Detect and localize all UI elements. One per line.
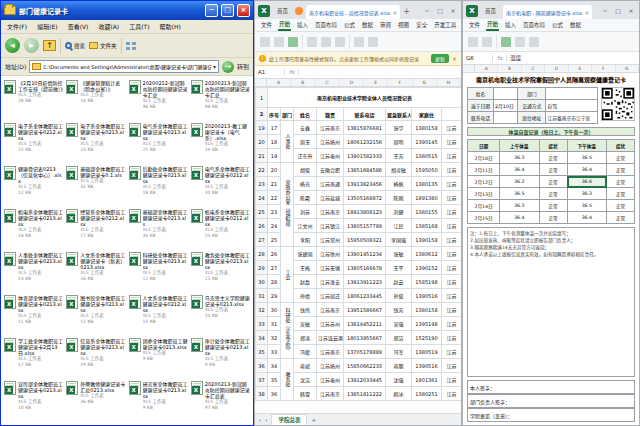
close-button[interactable] (448, 7, 458, 14)
cell-native-place[interactable]: 安徽合肥 (317, 163, 344, 177)
cell-contact[interactable]: 刘健 (386, 205, 412, 219)
close-button[interactable] (237, 4, 250, 17)
file-tile[interactable]: 经管系全体教职员工健康记录卡0212.xlsxXLS 工作表17 KB (65, 208, 126, 250)
file-tile[interactable]: 《2月10日疫情防控工作安排（提前做）》XLS 工作表28 KB (3, 79, 64, 121)
cell-address[interactable]: 江苏 (442, 317, 462, 331)
menu-item[interactable]: 数据 (361, 20, 374, 30)
file-tile[interactable]: 研究室全体教职员工健康记录卡0213.xlsxXLS 工作表9 KB (128, 380, 189, 422)
column-header[interactable]: D (545, 65, 568, 72)
cell-contact[interactable]: 冯军 (386, 345, 412, 359)
cell-native-place[interactable]: 江苏泰州 (317, 373, 344, 387)
cell-serial[interactable]: 28 (268, 275, 281, 289)
temp-cell[interactable]: 正常 (539, 164, 567, 176)
menu-item[interactable]: 开发工具 (433, 20, 457, 30)
cell-phone[interactable]: 18061232156 (344, 135, 386, 149)
cell-name[interactable]: 汪东升 (294, 149, 317, 163)
temp-cell[interactable]: 36.2 (500, 176, 540, 188)
info-value[interactable] (546, 88, 598, 100)
cell-name[interactable]: 韩雪 (294, 387, 317, 401)
cell-address[interactable]: 江苏 (442, 359, 462, 373)
name-box[interactable]: A1 (255, 69, 285, 75)
up-folder-button[interactable] (43, 40, 56, 51)
temp-cell[interactable]: 正常 (539, 200, 567, 212)
select-all-corner[interactable] (463, 65, 475, 72)
cell-contact[interactable]: 杨帆 (386, 177, 412, 191)
cell-address[interactable]: 江苏 (442, 135, 462, 149)
cell-serial[interactable]: 24 (268, 219, 281, 233)
cell-address[interactable]: 江苏 (442, 345, 462, 359)
temp-cell[interactable]: 2月13日 (468, 188, 500, 200)
cell-contact[interactable]: 王芳 (386, 149, 412, 163)
cell-address[interactable]: 江苏 (442, 289, 462, 303)
cell-name[interactable]: 吴敏 (294, 317, 317, 331)
file-tile[interactable]: 机电系全体教职员工健康记录卡0212.xlsxXLS 工作表23 KB (190, 208, 251, 250)
menu-item[interactable]: 文件 (468, 20, 481, 30)
border-icon[interactable] (335, 37, 345, 47)
cell-name[interactable]: 周玉 (294, 135, 317, 149)
cell-contact-phone[interactable]: 1390158 (412, 233, 442, 247)
info-value[interactable] (494, 112, 518, 124)
cell-contact-phone[interactable]: 1380612 (412, 247, 442, 261)
row-number[interactable]: 25 (256, 205, 268, 219)
cell-contact-phone[interactable]: 1380158 (412, 303, 442, 317)
temp-cell[interactable]: 36.4 (567, 212, 607, 224)
cell-phone[interactable]: 13913911223 (344, 275, 386, 289)
cell-address[interactable]: 江苏 (442, 163, 462, 177)
row-number[interactable]: 23 (256, 177, 268, 191)
temp-cell[interactable]: 正常 (539, 188, 567, 200)
cell-serial[interactable]: 26 (268, 247, 281, 261)
cell-contact[interactable]: 郑洁 (386, 331, 412, 345)
temp-cell[interactable]: 2月11日 (468, 164, 500, 176)
cell-native-place[interactable]: 江苏宿迁 (317, 289, 344, 303)
wps1-grid[interactable]: 1南京机电职业技术学院全体人员情况登记表2序号部门姓名籍贯联系电话紧急联系人家庭… (255, 87, 461, 413)
info-value[interactable] (494, 88, 518, 100)
cell-contact-phone[interactable]: 1390145 (412, 135, 442, 149)
row-number[interactable]: 37 (256, 373, 268, 387)
cell-contact-phone[interactable]: 1395198 (412, 317, 442, 331)
column-header[interactable]: E (364, 79, 388, 86)
cell-name[interactable]: 孙倩 (294, 289, 317, 303)
temp-cell[interactable]: 36.3 (567, 188, 607, 200)
cell-address[interactable]: 江苏 (442, 149, 462, 163)
file-tile[interactable]: 20200213-新冠肺炎防控期间健康记录卡汇总XLS 工作表98 KB (190, 79, 251, 121)
cell-contact-phone[interactable]: 1385168 (412, 219, 442, 233)
cell-contact-phone[interactable]: 1585198 (412, 275, 442, 289)
cell-contact[interactable]: 张敏 (386, 247, 412, 261)
cell-contact-phone[interactable]: 1380155 (412, 205, 442, 219)
cell-contact[interactable]: 钱芳 (386, 303, 412, 317)
go-icon[interactable] (222, 61, 234, 73)
cell-native-place[interactable]: 江苏南京 (317, 345, 344, 359)
cell-phone[interactable]: 13913823456 (344, 177, 386, 191)
cell-contact[interactable]: 张华 (386, 121, 412, 135)
cell-serial[interactable]: 30 (268, 303, 281, 317)
file-tile[interactable]: 电气系全体教职员工健康记录卡0212.xlsxXLS 工作表20 KB (190, 165, 251, 207)
cell-contact-phone[interactable]: 1390152 (412, 261, 442, 275)
maximize-button[interactable] (435, 7, 445, 14)
border-icon[interactable] (515, 37, 525, 47)
cell-department[interactable]: 科研处（企业学院） (281, 303, 294, 359)
cell-department[interactable]: 党政办公室（组织部） (281, 163, 294, 247)
fx-icon[interactable] (493, 55, 507, 61)
row-number[interactable]: 38 (256, 387, 268, 401)
cell-name[interactable]: 李阳 (294, 233, 317, 247)
row-number[interactable]: 24 (256, 191, 268, 205)
cell-native-place[interactable]: 江苏南通 (317, 177, 344, 191)
column-header[interactable]: G (616, 65, 639, 72)
file-tile[interactable]: 《健康管理统计表（院办公室）》XLS 工作表14 KB (65, 79, 126, 121)
search-button[interactable]: 搜索 (65, 42, 85, 50)
file-tile[interactable]: 信息系全体教职员工健康记录卡0213.xlsxXLS 工作表19 KB (65, 337, 126, 379)
column-header[interactable]: B (291, 79, 315, 86)
cell-contact-phone[interactable]: 1380515 (412, 149, 442, 163)
temp-cell[interactable]: 36.6 (567, 176, 607, 188)
cell-contact[interactable]: 周明 (386, 135, 412, 149)
file-tile[interactable]: 20200213-教工健康记录卡（电气系）.xlsxXLS 工作表19 KB (190, 122, 251, 164)
menu-item[interactable]: 工具(T) (128, 21, 150, 32)
temp-cell[interactable]: 36.5 (500, 188, 540, 200)
row-number[interactable]: 29 (256, 261, 268, 275)
cell-contact[interactable]: 韩冰 (386, 387, 412, 401)
row-number[interactable]: 20 (256, 135, 268, 149)
fill-color-icon[interactable] (501, 37, 511, 47)
paste-icon[interactable] (468, 37, 478, 47)
cell-native-place[interactable]: 江苏连云港 (317, 331, 344, 345)
menu-item[interactable]: 公式 (551, 20, 564, 30)
